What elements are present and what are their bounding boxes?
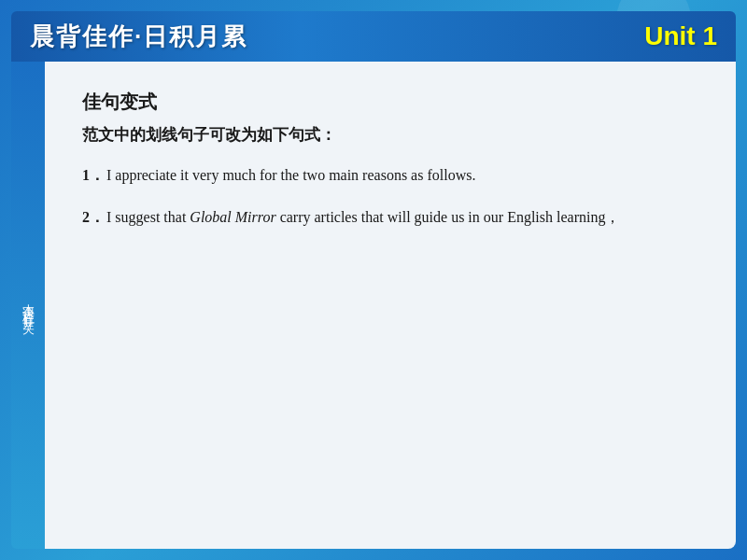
sentence-number-2: 2． [82,204,106,230]
section-subtitle: 范文中的划线句子可改为如下句式： [82,124,698,146]
sidebar-text: 本课栏目开关 [20,294,36,316]
header-title: 晨背佳作·日积月累 [30,21,247,53]
sentence-number-1: 1． [82,162,106,188]
list-item: 2． I suggest that Global Mirror carry ar… [82,204,698,230]
sentence-list: 1． I appreciate it very much for the two… [82,162,698,230]
sentence-text-2: I suggest that Global Mirror carry artic… [106,204,698,230]
list-item: 1． I appreciate it very much for the two… [82,162,698,188]
header-bar: 晨背佳作·日积月累 Unit 1 [11,11,736,62]
sentence-text-1: I appreciate it very much for the two ma… [106,162,698,188]
content-panel: 佳句变式 范文中的划线句子可改为如下句式： 1． I appreciate it… [45,62,736,549]
sidebar: 本课栏目开关 [11,62,45,549]
section-title: 佳句变式 [82,90,698,115]
header-unit: Unit 1 [644,21,717,51]
main-area: 本课栏目开关 佳句变式 范文中的划线句子可改为如下句式： 1． I apprec… [11,62,736,549]
outer-wrapper: 晨背佳作·日积月累 Unit 1 本课栏目开关 佳句变式 范文中的划线句子可改为… [0,0,747,560]
